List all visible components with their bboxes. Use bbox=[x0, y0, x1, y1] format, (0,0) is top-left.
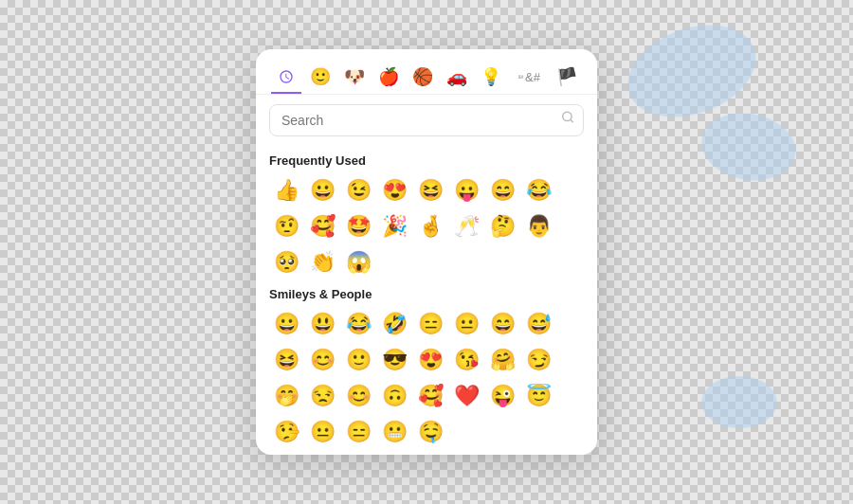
emoji-item[interactable]: 😏 bbox=[521, 343, 555, 377]
emoji-item[interactable]: 😀 bbox=[305, 173, 339, 207]
emoji-item[interactable]: 🥰 bbox=[413, 379, 447, 413]
emoji-item[interactable]: 🤩 bbox=[341, 209, 375, 243]
emoji-item[interactable]: 😅 bbox=[521, 307, 555, 341]
emoji-item[interactable]: 🤔 bbox=[485, 209, 519, 243]
emoji-item[interactable]: 🤥 bbox=[269, 415, 303, 449]
emoji-item[interactable]: 😘 bbox=[449, 343, 483, 377]
emoji-item[interactable]: 😉 bbox=[341, 173, 375, 207]
tab-recent[interactable] bbox=[271, 62, 301, 94]
svg-text:&#: &# bbox=[518, 75, 524, 80]
tab-symbols[interactable]: &# &# bbox=[510, 63, 548, 93]
search-input[interactable] bbox=[269, 104, 584, 136]
emoji-item[interactable]: 😄 bbox=[485, 173, 519, 207]
emoji-item[interactable]: 😑 bbox=[341, 415, 375, 449]
tab-food[interactable]: 🍎 bbox=[373, 61, 404, 95]
emoji-item[interactable]: 🤭 bbox=[269, 379, 303, 413]
emoji-item[interactable]: 😱 bbox=[341, 245, 375, 279]
emoji-item[interactable]: 😍 bbox=[377, 173, 411, 207]
emoji-item[interactable]: 👍 bbox=[269, 173, 303, 207]
emoji-item[interactable]: 🤗 bbox=[485, 343, 519, 377]
emoji-item[interactable]: 😂 bbox=[521, 173, 555, 207]
emoji-item[interactable]: 😎 bbox=[377, 343, 411, 377]
emoji-item[interactable]: 😂 bbox=[341, 307, 375, 341]
emoji-item[interactable]: 👨 bbox=[521, 209, 555, 243]
emoji-item[interactable]: 😐 bbox=[305, 415, 339, 449]
emoji-item[interactable]: 😃 bbox=[305, 307, 339, 341]
emoji-picker: 🙂 🐶 🍎 🏀 🚗 💡 &# &# 🏴 bbox=[256, 49, 597, 455]
emoji-item[interactable]: 😛 bbox=[449, 173, 483, 207]
tab-objects[interactable]: 💡 bbox=[476, 61, 506, 95]
emoji-item[interactable]: ❤️ bbox=[449, 379, 483, 413]
search-container bbox=[256, 95, 597, 142]
emoji-item[interactable]: 😑 bbox=[413, 307, 447, 341]
emoji-item[interactable]: 😜 bbox=[485, 379, 519, 413]
emoji-item[interactable]: 😀 bbox=[269, 307, 303, 341]
emoji-item[interactable]: 🥂 bbox=[449, 209, 483, 243]
emoji-item[interactable]: 😒 bbox=[305, 379, 339, 413]
emoji-content: Frequently Used 👍😀😉😍😆😛😄😂🤨🥰🤩🎉🤞🥂🤔👨🥺👏😱 Smil… bbox=[256, 142, 597, 455]
bg-blob-1 bbox=[615, 9, 769, 134]
emoji-item[interactable]: 🤣 bbox=[377, 307, 411, 341]
emoji-item[interactable]: 😄 bbox=[485, 307, 519, 341]
emoji-item[interactable]: 🥺 bbox=[269, 245, 303, 279]
emoji-item[interactable]: 🤞 bbox=[413, 209, 447, 243]
section-label-frequently-used: Frequently Used bbox=[269, 146, 584, 173]
emoji-item[interactable]: 🤤 bbox=[413, 415, 447, 449]
emoji-item[interactable]: 🎉 bbox=[377, 209, 411, 243]
emoji-item[interactable]: 🙂 bbox=[341, 343, 375, 377]
bg-blob-3 bbox=[701, 376, 777, 428]
emoji-item[interactable]: 😬 bbox=[377, 415, 411, 449]
emoji-item[interactable]: 😆 bbox=[413, 173, 447, 207]
emoji-item[interactable]: 😐 bbox=[449, 307, 483, 341]
tab-flags[interactable]: 🏴 bbox=[552, 61, 582, 95]
emoji-item[interactable]: 🤨 bbox=[269, 209, 303, 243]
emoji-item[interactable]: 😍 bbox=[413, 343, 447, 377]
emoji-item[interactable]: 😊 bbox=[341, 379, 375, 413]
emoji-item[interactable]: 🙃 bbox=[377, 379, 411, 413]
tab-activities[interactable]: 🏀 bbox=[408, 61, 438, 95]
emoji-item[interactable]: 🥰 bbox=[305, 209, 339, 243]
tab-animals[interactable]: 🐶 bbox=[339, 61, 370, 95]
section-label-smileys: Smileys & People bbox=[269, 279, 584, 307]
emoji-item[interactable]: 👏 bbox=[305, 245, 339, 279]
bg-blob-2 bbox=[697, 106, 802, 188]
category-tabs: 🙂 🐶 🍎 🏀 🚗 💡 &# &# 🏴 bbox=[256, 49, 597, 95]
emoji-item[interactable]: 😊 bbox=[305, 343, 339, 377]
emoji-item[interactable]: 😆 bbox=[269, 343, 303, 377]
emoji-item[interactable]: 😇 bbox=[521, 379, 555, 413]
tab-travel[interactable]: 🚗 bbox=[442, 61, 472, 95]
emoji-grid-smileys: 😀😃😂🤣😑😐😄😅😆😊🙂😎😍😘🤗😏🤭😒😊🙃🥰❤️😜😇🤥😐😑😬🤤 bbox=[269, 307, 584, 449]
emoji-grid-frequently-used: 👍😀😉😍😆😛😄😂🤨🥰🤩🎉🤞🥂🤔👨🥺👏😱 bbox=[269, 173, 584, 279]
tab-smileys[interactable]: 🙂 bbox=[305, 61, 336, 95]
